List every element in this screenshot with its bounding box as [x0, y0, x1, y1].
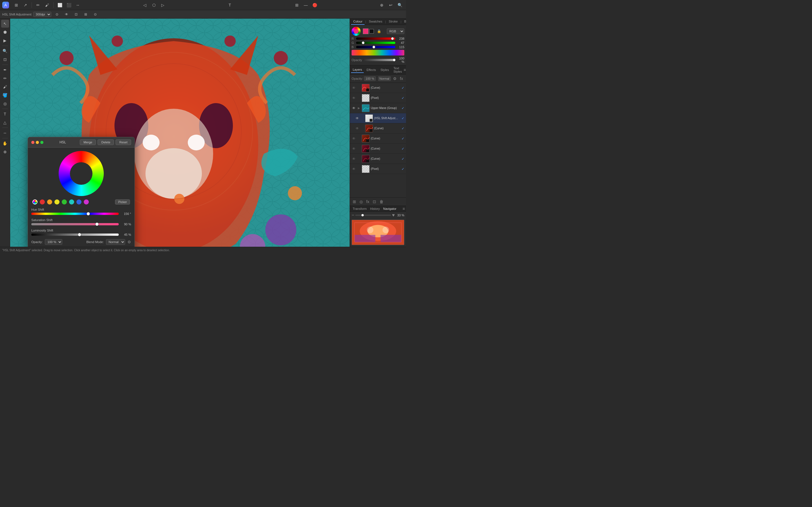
tab-navigator[interactable]: Navigator — [382, 206, 398, 212]
b-thumb[interactable] — [372, 46, 375, 48]
hsl-lum-slider[interactable] — [31, 233, 119, 236]
tab-layers[interactable]: Layers — [351, 67, 364, 73]
hsl-hue-slider[interactable] — [31, 213, 119, 215]
opacity-slider[interactable] — [363, 59, 395, 61]
layers-delete-btn[interactable]: 🗑 — [378, 199, 385, 205]
hsl-delete-btn[interactable]: Delete — [98, 139, 114, 145]
colour-lock-btn[interactable]: 🔒 — [375, 27, 383, 35]
layer-item-curve1[interactable]: 👁 (Curve) ✓ — [350, 83, 406, 93]
hsl-dot-yellow[interactable] — [54, 200, 59, 205]
navigator-menu-btn[interactable]: ≡ — [403, 207, 405, 211]
layer-vis-curve5[interactable]: 👁 — [352, 157, 356, 161]
tab-effects[interactable]: Effects — [365, 67, 377, 73]
layer-vis-curve3[interactable]: 👁 — [352, 136, 356, 141]
tool-text[interactable]: T — [1, 110, 9, 118]
tab-stroke[interactable]: Stroke — [387, 18, 400, 25]
layer-item-curve-group[interactable]: 👁 (Curve) ✓ — [350, 123, 406, 133]
secondary-btn-4[interactable]: ⊞ — [82, 10, 90, 18]
hsl-picker-btn[interactable]: Picker — [115, 200, 130, 205]
colour-gradient-bar[interactable] — [352, 50, 404, 55]
layer-expand-pixel1[interactable] — [357, 96, 361, 100]
layer-item-curve4[interactable]: 👁 (Curve) ✓ — [350, 144, 406, 154]
toolbar-share-btn[interactable]: ↗ — [21, 1, 29, 9]
hsl-close-btn[interactable] — [31, 141, 35, 144]
hsl-color-wheel[interactable] — [59, 151, 104, 196]
dpi-select[interactable]: 300dpi 72dpi 96dpi 150dpi — [33, 12, 51, 17]
colour-wheel-mini[interactable] — [352, 27, 361, 36]
layer-vis-upper-mane[interactable]: 👁 — [352, 106, 356, 110]
layer-item-curve3[interactable]: 👁 (Curve) ✓ — [350, 133, 406, 144]
tool-pen[interactable]: ✒ — [1, 66, 9, 74]
toolbar-grid-btn[interactable]: ⊞ — [12, 1, 20, 9]
layer-item-pixel2[interactable]: 👁 (Pixel) ✓ — [350, 164, 406, 174]
layer-settings-btn[interactable]: ⚙ — [392, 76, 398, 81]
tool-hand[interactable]: ✋ — [1, 139, 9, 147]
zoom-out-btn[interactable]: − — [352, 213, 354, 218]
layer-expand-curve4[interactable] — [357, 147, 361, 151]
hsl-dot-magenta[interactable] — [84, 200, 89, 205]
hsl-blend-mode-select[interactable]: Normal Multiply Screen Overlay — [106, 239, 125, 245]
tab-history[interactable]: History — [368, 206, 382, 212]
toolbar-transform[interactable]: ↔ — [74, 1, 82, 9]
hsl-lum-thumb[interactable] — [78, 233, 81, 236]
layer-vis-hsl[interactable]: 👁 — [355, 116, 359, 121]
tool-node[interactable]: ⬟ — [1, 28, 9, 36]
hsl-merge-btn[interactable]: Merge — [80, 139, 96, 145]
layers-fx-bottom-btn[interactable]: fx — [365, 199, 370, 205]
layer-item-hsl[interactable]: 👁 (HSL Shift Adjustment) ✓ — [350, 113, 406, 123]
zoom-slider[interactable] — [355, 215, 391, 216]
tab-styles[interactable]: Styles — [378, 67, 391, 73]
hsl-dot-green[interactable] — [62, 200, 67, 205]
hsl-reset-btn[interactable]: Reset — [116, 139, 131, 145]
tool-brush[interactable]: 🖌 — [1, 83, 9, 91]
toolbar-align-center[interactable]: ⬡ — [150, 1, 158, 9]
r-slider[interactable] — [356, 38, 395, 40]
toolbar-text[interactable]: T — [226, 1, 234, 9]
background-swatch[interactable] — [369, 29, 374, 34]
zoom-heart-btn[interactable]: ♥ — [392, 213, 395, 218]
layer-item-upper-mane[interactable]: 👁 ▶ Upper Mane (Group) ✓ — [350, 103, 406, 113]
layer-vis-curve1[interactable]: 👁 — [352, 86, 356, 90]
layer-expand-upper-mane[interactable]: ▶ — [357, 107, 361, 110]
toolbar-frame[interactable]: ⬜ — [56, 1, 64, 9]
toolbar-search[interactable]: 🔍 — [396, 1, 404, 9]
tool-zoom[interactable]: 🔍 — [1, 47, 9, 55]
toolbar-persona-draw[interactable]: ✏ — [34, 1, 42, 9]
layers-add-group-btn[interactable]: ⊞ — [352, 199, 357, 205]
hsl-maximize-btn[interactable] — [40, 141, 43, 144]
layer-item-pixel1[interactable]: 👁 (Pixel) ✓ — [350, 93, 406, 103]
layer-expand-pixel2[interactable] — [357, 167, 361, 171]
hsl-dot-blue[interactable] — [77, 200, 82, 205]
secondary-btn-2[interactable]: 👁 — [63, 10, 70, 18]
layers-panel-menu[interactable]: ≡ — [403, 68, 406, 72]
layer-vis-curve4[interactable]: 👁 — [352, 147, 356, 151]
toolbar-align-right[interactable]: ▷ — [159, 1, 167, 9]
g-thumb[interactable] — [362, 41, 364, 44]
opacity-thumb[interactable] — [393, 59, 396, 61]
b-slider[interactable] — [356, 46, 395, 48]
hsl-sat-slider[interactable] — [31, 223, 119, 225]
toolbar-persona-pixel[interactable]: 🖌 — [43, 1, 51, 9]
tab-swatches[interactable]: Swatches — [366, 18, 385, 25]
foreground-swatch[interactable] — [363, 29, 368, 34]
layer-opacity-value[interactable]: 100 % — [364, 76, 375, 81]
hsl-dot-red[interactable] — [40, 200, 45, 205]
hsl-sat-thumb[interactable] — [95, 223, 99, 226]
toolbar-align-left[interactable]: ◁ — [141, 1, 149, 9]
toolbar-view[interactable]: ⊞ — [293, 1, 301, 9]
tab-text-styles[interactable]: Text Styles — [392, 65, 403, 74]
toolbar-minus[interactable]: — — [302, 1, 310, 9]
zoom-thumb[interactable] — [361, 214, 364, 216]
secondary-btn-3[interactable]: ⊡ — [72, 10, 80, 18]
tool-gradient[interactable]: ◎ — [1, 100, 9, 108]
toolbar-snapping[interactable]: ⊕ — [378, 1, 386, 9]
tab-transform[interactable]: Transform — [351, 206, 368, 212]
layers-add-adjustment-btn[interactable]: ◎ — [358, 199, 364, 205]
hsl-hue-thumb[interactable] — [87, 212, 90, 216]
tool-select[interactable]: ↖ — [1, 20, 9, 27]
toolbar-brush[interactable]: 🔴 — [311, 1, 319, 9]
hsl-settings-btn[interactable]: ⚙ — [128, 240, 131, 244]
layer-expand-curve-group[interactable] — [361, 127, 364, 130]
tool-play[interactable]: ▶ — [1, 37, 9, 45]
tool-fill[interactable]: 🪣 — [1, 91, 9, 99]
